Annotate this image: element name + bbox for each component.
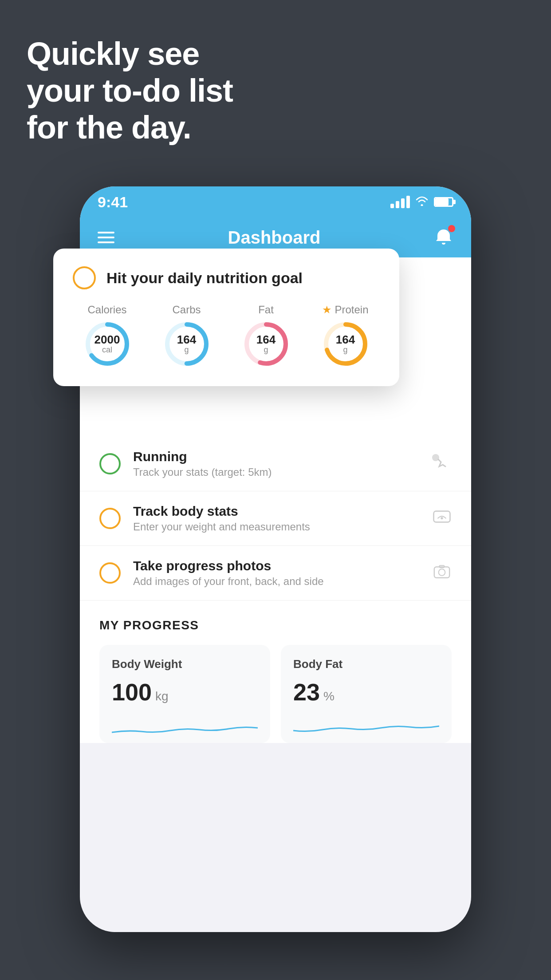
macros-row: Calories 2000 cal Carbs <box>73 304 380 368</box>
card-title: Hit your daily nutrition goal <box>106 269 303 287</box>
protein-star-icon: ★ <box>322 304 332 316</box>
hamburger-menu[interactable] <box>98 232 114 243</box>
running-icon <box>432 454 452 474</box>
macro-protein-center: 164 g <box>336 334 355 355</box>
macro-fat-value: 164 <box>256 334 276 345</box>
macro-carbs-center: 164 g <box>177 334 196 355</box>
todo-circle-running[interactable] <box>99 453 121 474</box>
macro-carbs-ring: 164 g <box>162 320 211 368</box>
macro-protein-value: 164 <box>336 334 355 345</box>
macro-calories-label: Calories <box>87 304 126 316</box>
macro-calories: Calories 2000 cal <box>83 304 132 368</box>
progress-cards: Body Weight 100 kg Body Fat 23 <box>99 645 452 743</box>
body-fat-value-row: 23 % <box>293 678 439 706</box>
wifi-icon <box>415 195 429 209</box>
macro-carbs: Carbs 164 g <box>162 304 211 368</box>
status-icons <box>390 195 453 209</box>
body-fat-value: 23 <box>293 678 320 706</box>
macro-carbs-value: 164 <box>177 334 196 345</box>
nav-title: Dashboard <box>228 228 321 248</box>
todo-title-body-stats: Track body stats <box>133 504 420 519</box>
macro-calories-unit: cal <box>94 345 120 355</box>
scale-icon <box>432 509 452 528</box>
macro-calories-ring: 2000 cal <box>83 320 132 368</box>
todo-sub-running: Track your stats (target: 5km) <box>133 466 420 478</box>
progress-section: MY PROGRESS Body Weight 100 kg Body F <box>80 601 471 743</box>
todo-item-running[interactable]: Running Track your stats (target: 5km) <box>80 437 471 491</box>
todo-circle-progress-photos[interactable] <box>99 562 121 584</box>
todo-text-body-stats: Track body stats Enter your weight and m… <box>133 504 420 533</box>
status-time: 9:41 <box>98 194 128 211</box>
body-weight-value: 100 <box>112 678 152 706</box>
card-circle-check[interactable] <box>73 266 96 289</box>
macro-calories-value: 2000 <box>94 334 120 345</box>
macro-protein-ring: 164 g <box>321 320 370 368</box>
macro-fat-unit: g <box>256 345 276 355</box>
macro-carbs-unit: g <box>177 345 196 355</box>
macro-fat-ring: 164 g <box>242 320 291 368</box>
macro-carbs-label: Carbs <box>172 304 201 316</box>
body-weight-chart <box>112 715 258 741</box>
body-fat-card[interactable]: Body Fat 23 % <box>281 645 452 743</box>
body-weight-card[interactable]: Body Weight 100 kg <box>99 645 270 743</box>
macro-protein: ★ Protein 164 g <box>321 304 370 368</box>
svg-point-4 <box>439 569 445 576</box>
todo-item-progress-photos[interactable]: Take progress photos Add images of your … <box>80 546 471 601</box>
signal-icon <box>390 196 410 208</box>
macro-protein-label: Protein <box>335 304 368 316</box>
body-fat-title: Body Fat <box>293 657 439 671</box>
battery-icon <box>434 197 453 207</box>
svg-rect-3 <box>434 567 449 578</box>
status-bar: 9:41 <box>80 186 471 217</box>
featured-nutrition-card[interactable]: Hit your daily nutrition goal Calories 2… <box>53 249 399 386</box>
body-weight-title: Body Weight <box>112 657 258 671</box>
body-fat-unit: % <box>323 689 335 703</box>
body-weight-value-row: 100 kg <box>112 678 258 706</box>
body-fat-chart <box>293 715 439 741</box>
todo-title-progress-photos: Take progress photos <box>133 558 420 573</box>
macro-fat-label: Fat <box>258 304 274 316</box>
macro-calories-center: 2000 cal <box>94 334 120 355</box>
my-progress-header: MY PROGRESS <box>99 618 452 632</box>
hero-text: Quickly see your to-do list for the day. <box>27 36 233 146</box>
macro-protein-label-row: ★ Protein <box>322 304 368 316</box>
svg-point-2 <box>441 517 443 519</box>
macro-fat-center: 164 g <box>256 334 276 355</box>
bell-icon[interactable] <box>434 227 453 248</box>
todo-sub-body-stats: Enter your weight and measurements <box>133 521 420 533</box>
todo-text-running: Running Track your stats (target: 5km) <box>133 449 420 478</box>
photo-icon <box>432 563 452 583</box>
todo-text-progress-photos: Take progress photos Add images of your … <box>133 558 420 588</box>
todo-sub-progress-photos: Add images of your front, back, and side <box>133 575 420 588</box>
macro-protein-unit: g <box>336 345 355 355</box>
todo-title-running: Running <box>133 449 420 464</box>
todo-circle-body-stats[interactable] <box>99 508 121 529</box>
todo-item-body-stats[interactable]: Track body stats Enter your weight and m… <box>80 491 471 546</box>
notification-badge <box>448 225 455 232</box>
card-title-row: Hit your daily nutrition goal <box>73 266 380 289</box>
todo-list: Running Track your stats (target: 5km) T… <box>80 437 471 743</box>
body-weight-unit: kg <box>155 689 169 703</box>
macro-fat: Fat 164 g <box>242 304 291 368</box>
